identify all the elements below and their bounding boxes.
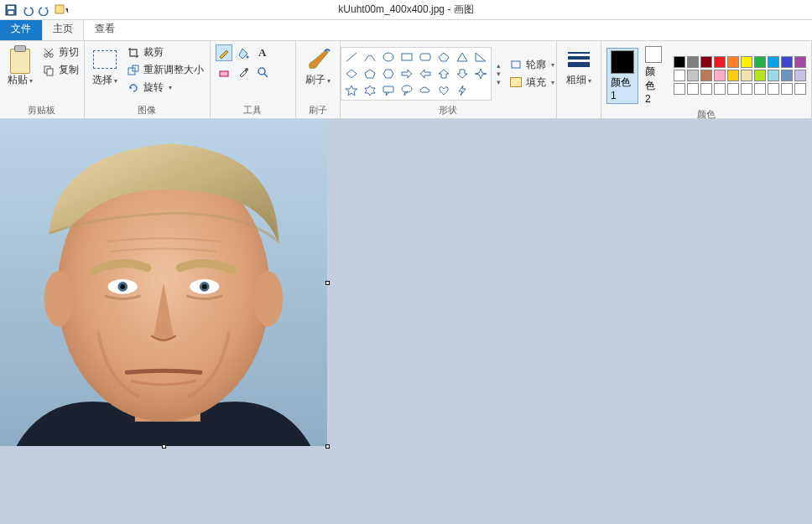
svg-marker-24	[365, 70, 375, 78]
shape-pentagon[interactable]	[362, 66, 378, 81]
ribbon: 粘贴▾ 剪切 复制 剪贴板	[0, 40, 812, 119]
pencil-tool[interactable]	[216, 44, 232, 61]
shape-arrow-down[interactable]	[454, 66, 471, 81]
color-swatch[interactable]	[714, 56, 726, 68]
fill-button[interactable]: 填充▾	[508, 75, 556, 91]
color-swatch[interactable]	[727, 70, 739, 81]
color-swatch[interactable]	[741, 56, 752, 68]
resize-button[interactable]: 重新调整大小	[125, 62, 206, 78]
shape-arrow-right[interactable]	[398, 66, 415, 81]
shape-curve[interactable]	[362, 49, 378, 65]
color-swatch[interactable]	[781, 83, 793, 95]
shapes-scroll-down[interactable]: ▾	[497, 70, 501, 78]
stroke-button[interactable]: 粗细▾	[562, 44, 596, 87]
shape-arrow-up[interactable]	[435, 66, 452, 81]
tab-home[interactable]: 主页	[42, 18, 84, 40]
eraser-tool[interactable]	[216, 64, 232, 80]
color-swatch[interactable]	[714, 83, 726, 95]
copy-button[interactable]: 复制	[40, 62, 81, 78]
svg-rect-32	[512, 61, 520, 68]
color-swatch[interactable]	[700, 83, 712, 95]
shape-lightning[interactable]	[454, 83, 471, 98]
color-swatch[interactable]	[674, 83, 685, 95]
picker-tool[interactable]	[235, 64, 252, 80]
shape-oval[interactable]	[380, 49, 397, 65]
color-swatch[interactable]	[768, 56, 779, 68]
scissors-icon	[42, 46, 55, 60]
color-swatch[interactable]	[768, 70, 779, 81]
group-stroke: 粗细▾	[557, 41, 601, 118]
select-button[interactable]: 选择▾	[88, 44, 122, 87]
color-swatch[interactable]	[700, 70, 712, 81]
color-swatch[interactable]	[781, 56, 793, 68]
color-swatch[interactable]	[754, 56, 766, 68]
resize-handle-right[interactable]	[325, 281, 330, 285]
shape-triangle[interactable]	[454, 49, 471, 65]
shape-arrow-left[interactable]	[417, 66, 434, 81]
shape-callout-rect[interactable]	[380, 83, 397, 98]
color-swatch[interactable]	[741, 70, 752, 81]
color-swatch[interactable]	[687, 56, 699, 68]
canvas-area[interactable]	[0, 119, 812, 524]
svg-point-30	[402, 86, 412, 92]
shape-rect[interactable]	[398, 49, 415, 65]
shapes-expand[interactable]: ▾	[497, 78, 501, 86]
save-icon[interactable]	[3, 3, 18, 18]
canvas-image[interactable]	[0, 119, 327, 446]
color-swatch[interactable]	[754, 83, 766, 95]
fill-tool[interactable]	[235, 44, 252, 61]
color-swatch[interactable]	[700, 56, 712, 68]
tab-view[interactable]: 查看	[84, 18, 126, 40]
shape-line[interactable]	[343, 49, 360, 65]
color-swatch[interactable]	[727, 83, 739, 95]
color1-button[interactable]: 颜色 1	[606, 48, 638, 104]
shape-cloud[interactable]	[417, 83, 434, 98]
brush-button[interactable]: 刷子▾	[301, 44, 335, 87]
shape-6star[interactable]	[362, 83, 378, 98]
color-palette-row2	[674, 70, 806, 81]
color-swatch[interactable]	[714, 70, 726, 81]
redo-icon[interactable]	[37, 3, 52, 18]
color-swatch[interactable]	[687, 83, 699, 95]
color-swatch[interactable]	[794, 56, 806, 68]
color-swatch[interactable]	[741, 83, 752, 95]
shape-hexagon[interactable]	[380, 66, 397, 81]
resize-handle-corner[interactable]	[325, 444, 330, 449]
tab-file[interactable]: 文件	[0, 18, 42, 40]
shapes-scroll-up[interactable]: ▴	[497, 61, 501, 70]
svg-rect-12	[220, 71, 228, 76]
color-swatch[interactable]	[768, 83, 779, 95]
color-swatch[interactable]	[727, 56, 739, 68]
color-swatch[interactable]	[794, 70, 806, 81]
magnifier-tool[interactable]	[254, 64, 271, 80]
color-swatch[interactable]	[687, 70, 699, 81]
paste-button[interactable]: 粘贴▾	[3, 44, 37, 87]
color-swatch[interactable]	[781, 70, 793, 81]
rotate-button[interactable]: 旋转▾	[125, 80, 206, 96]
shapes-gallery[interactable]	[341, 47, 492, 101]
shape-right-triangle[interactable]	[472, 49, 489, 65]
shape-callout-oval[interactable]	[398, 83, 415, 98]
color-swatch[interactable]	[674, 56, 685, 68]
shape-heart[interactable]	[435, 83, 452, 98]
shape-5star[interactable]	[343, 83, 360, 98]
undo-icon[interactable]	[20, 3, 35, 18]
cut-button[interactable]: 剪切	[40, 44, 81, 60]
rotate-icon	[127, 81, 140, 95]
crop-label: 裁剪	[143, 45, 164, 60]
shape-4star[interactable]	[472, 66, 489, 81]
shape-polygon[interactable]	[435, 49, 452, 65]
color2-button[interactable]: 颜色 2	[642, 44, 665, 106]
color-swatch[interactable]	[754, 70, 766, 81]
shape-diamond[interactable]	[343, 66, 360, 81]
qat-customize-icon[interactable]: ▾	[54, 3, 69, 18]
shape-roundrect[interactable]	[417, 49, 434, 65]
outline-button[interactable]: 轮廓▾	[508, 57, 556, 73]
crop-icon	[127, 46, 140, 60]
resize-handle-bottom[interactable]	[162, 444, 166, 449]
color-swatch[interactable]	[794, 83, 806, 95]
svg-point-17	[383, 53, 393, 61]
color-swatch[interactable]	[674, 70, 685, 81]
text-tool[interactable]: A	[254, 44, 271, 61]
crop-button[interactable]: 裁剪	[125, 44, 206, 60]
